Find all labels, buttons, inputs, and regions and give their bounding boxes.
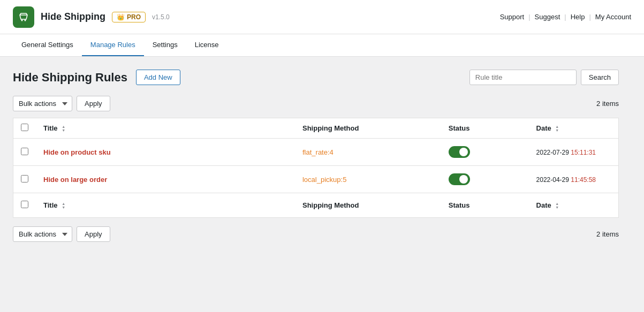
header-links: Support | Suggest | Help | My Account bbox=[500, 13, 631, 21]
app-header: Hide Shipping 👑 PRO v1.5.0 Support | Sug… bbox=[0, 0, 644, 34]
items-count-top: 2 items bbox=[596, 100, 619, 108]
crown-icon: 👑 bbox=[117, 13, 125, 21]
footer-status-cell: Status bbox=[441, 193, 529, 218]
table-header-row: Title Shipping Method Status Date bbox=[13, 118, 619, 139]
row2-method-cell: local_pickup:5 bbox=[295, 166, 441, 193]
footer-date-cell: Date bbox=[529, 193, 619, 218]
row2-check-cell bbox=[13, 166, 36, 193]
table-header: Title Shipping Method Status Date bbox=[13, 118, 619, 139]
sep-2: | bbox=[564, 13, 566, 21]
sep-1: | bbox=[528, 13, 530, 21]
tab-license[interactable]: License bbox=[186, 34, 228, 56]
row2-title-cell: Hide on large order bbox=[36, 166, 295, 193]
bulk-actions-left-bottom: Bulk actions Apply bbox=[13, 226, 110, 242]
suggest-link[interactable]: Suggest bbox=[535, 13, 560, 21]
tab-manage-rules[interactable]: Manage Rules bbox=[82, 34, 144, 56]
th-status: Status bbox=[441, 118, 529, 139]
date-sort-icon[interactable] bbox=[555, 125, 559, 132]
row1-status-toggle[interactable] bbox=[449, 146, 470, 158]
svg-point-1 bbox=[21, 19, 23, 21]
th-check bbox=[13, 118, 36, 139]
table-footer-header-row: Title Shipping Method Status Date bbox=[13, 193, 619, 218]
footer-title-cell: Title bbox=[36, 193, 295, 218]
footer-date-sort-icon[interactable] bbox=[555, 202, 559, 209]
bulk-actions-row-top: Bulk actions Apply 2 items bbox=[13, 96, 619, 111]
apply-button-top[interactable]: Apply bbox=[77, 96, 110, 111]
row2-checkbox[interactable] bbox=[21, 175, 28, 182]
row1-title-link[interactable]: Hide on product sku bbox=[43, 148, 111, 156]
items-count-bottom: 2 items bbox=[596, 230, 619, 238]
rules-table: Title Shipping Method Status Date Hide o… bbox=[13, 118, 619, 218]
search-row: Search bbox=[469, 70, 619, 85]
row2-date-value: 2022-04-29 11:45:58 bbox=[536, 176, 596, 184]
search-input[interactable] bbox=[469, 70, 577, 85]
row2-toggle-slider bbox=[449, 173, 470, 185]
row1-title-cell: Hide on product sku bbox=[36, 139, 295, 166]
page-title-row: Hide Shipping Rules Add New Search bbox=[13, 70, 619, 85]
footer-method-cell: Shipping Method bbox=[295, 193, 441, 218]
title-sort-icon[interactable] bbox=[62, 125, 65, 132]
row2-status-toggle[interactable] bbox=[449, 173, 470, 185]
row1-date-cell: 2022-07-29 15:11:31 bbox=[529, 139, 619, 166]
sep-3: | bbox=[589, 13, 590, 21]
row1-method-cell: flat_rate:4 bbox=[295, 139, 441, 166]
table-row: Hide on large order local_pickup:5 2022-… bbox=[13, 166, 619, 193]
add-new-button[interactable]: Add New bbox=[136, 70, 180, 85]
row2-title-link[interactable]: Hide on large order bbox=[43, 176, 107, 184]
bulk-actions-select-bottom[interactable]: Bulk actions bbox=[13, 226, 72, 242]
search-button[interactable]: Search bbox=[581, 70, 619, 85]
table-body: Hide on product sku flat_rate:4 2022-07-… bbox=[13, 139, 619, 218]
row2-date-cell: 2022-04-29 11:45:58 bbox=[529, 166, 619, 193]
bulk-actions-left-top: Bulk actions Apply bbox=[13, 96, 110, 111]
row2-method-value: local_pickup:5 bbox=[302, 176, 346, 184]
th-title: Title bbox=[36, 118, 295, 139]
tab-general-settings[interactable]: General Settings bbox=[13, 34, 82, 56]
bulk-actions-select-top[interactable]: Bulk actions bbox=[13, 96, 72, 111]
help-link[interactable]: Help bbox=[571, 13, 585, 21]
select-all-checkbox-top[interactable] bbox=[21, 124, 28, 131]
row1-date-value: 2022-07-29 15:11:31 bbox=[536, 149, 596, 156]
svg-rect-0 bbox=[17, 11, 30, 24]
footer-title-sort-icon[interactable] bbox=[62, 202, 65, 209]
bulk-actions-row-bottom: Bulk actions Apply 2 items bbox=[13, 226, 619, 242]
svg-point-2 bbox=[25, 19, 26, 21]
app-version: v1.5.0 bbox=[152, 13, 170, 21]
row1-toggle-slider bbox=[449, 146, 470, 158]
row1-status-cell bbox=[441, 139, 529, 166]
app-title: Hide Shipping bbox=[41, 11, 105, 22]
page-title-left: Hide Shipping Rules Add New bbox=[13, 70, 180, 85]
row1-checkbox[interactable] bbox=[21, 148, 28, 155]
row2-status-cell bbox=[441, 166, 529, 193]
pro-badge: 👑 PRO bbox=[112, 12, 146, 22]
page-title: Hide Shipping Rules bbox=[13, 71, 127, 85]
support-link[interactable]: Support bbox=[500, 13, 525, 21]
table-row: Hide on product sku flat_rate:4 2022-07-… bbox=[13, 139, 619, 166]
apply-button-bottom[interactable]: Apply bbox=[77, 226, 110, 242]
header-brand: Hide Shipping 👑 PRO v1.5.0 bbox=[13, 6, 170, 28]
app-logo-icon bbox=[13, 6, 34, 28]
th-date: Date bbox=[529, 118, 619, 139]
th-shipping-method: Shipping Method bbox=[295, 118, 441, 139]
row1-check-cell bbox=[13, 139, 36, 166]
nav-tabs: General Settings Manage Rules Settings L… bbox=[0, 34, 644, 57]
row1-method-value: flat_rate:4 bbox=[302, 148, 334, 156]
my-account-link[interactable]: My Account bbox=[595, 13, 631, 21]
tab-settings[interactable]: Settings bbox=[144, 34, 186, 56]
footer-check-cell bbox=[13, 193, 36, 218]
select-all-checkbox-bottom[interactable] bbox=[21, 201, 28, 208]
main-content: Hide Shipping Rules Add New Search Bulk … bbox=[0, 57, 632, 261]
